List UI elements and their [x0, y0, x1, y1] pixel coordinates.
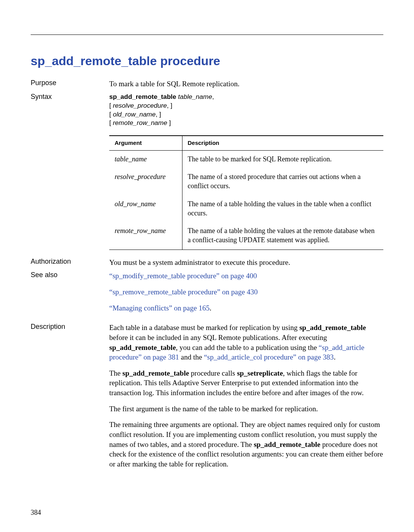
description-paragraph: The remaining three arguments are option… [109, 420, 383, 469]
page-title: sp_add_remote_table procedure [31, 54, 383, 68]
table-row: resolve_procedure The name of a stored p… [109, 168, 383, 195]
arg-name-cell: resolve_procedure [109, 168, 182, 195]
table-row: old_row_name The name of a table holding… [109, 195, 383, 223]
syntax-line-4: [ remote_row_name ] [109, 119, 383, 128]
desc-text: . [334, 353, 336, 361]
syntax-arg-3: remote_row_name [113, 119, 167, 126]
description-label: Description [31, 323, 109, 475]
desc-text: , you can add the table to a publication… [176, 343, 319, 351]
see-also-period: . [210, 304, 212, 312]
syntax-close-1: , ] [167, 102, 172, 109]
top-divider [31, 34, 383, 35]
arg-desc-cell: The name of a table holding the values i… [182, 195, 383, 223]
syntax-label: Syntax [31, 93, 109, 254]
syntax-arg-2: old_row_name [113, 111, 156, 118]
authorization-label: Authorization [31, 258, 109, 268]
table-row: remote_row_name The name of a table hold… [109, 222, 383, 250]
desc-link[interactable]: “sp_add_article_col procedure” on page 3… [204, 353, 334, 361]
authorization-text: You must be a system administrator to ex… [109, 258, 383, 268]
desc-text: and the [179, 353, 204, 361]
syntax-line-1: sp_add_remote_table table_name, [109, 93, 383, 102]
desc-bold: sp_add_remote_table [299, 323, 366, 332]
arg-name-cell: table_name [109, 150, 182, 168]
purpose-text: To mark a table for SQL Remote replicati… [109, 79, 383, 89]
syntax-proc-name: sp_add_remote_table [109, 93, 176, 100]
see-also-label: See also [31, 271, 109, 319]
arg-name-cell: old_row_name [109, 195, 182, 223]
arg-desc-cell: The table to be marked for SQL Remote re… [182, 150, 383, 168]
desc-bold: sp_setreplicate [237, 369, 283, 377]
syntax-line-2: [ resolve_procedure, ] [109, 102, 383, 110]
see-also-link[interactable]: “Managing conflicts” on page 165 [109, 304, 210, 312]
arg-desc-cell: The name of a stored procedure that carr… [182, 168, 383, 195]
syntax-close-3: ] [167, 119, 171, 126]
syntax-line-3: [ old_row_name, ] [109, 110, 383, 119]
syntax-arg-0: table_name [176, 93, 212, 100]
page-number: 384 [31, 509, 41, 517]
description-paragraph: Each table in a database must be marked … [109, 323, 383, 362]
syntax-close-2: , ] [156, 111, 161, 118]
args-header-argument: Argument [109, 136, 182, 150]
see-also-link[interactable]: “sp_remove_remote_table procedure” on pa… [109, 288, 258, 296]
syntax-comma-0: , [212, 93, 214, 100]
desc-bold: sp_add_remote_table [122, 369, 189, 377]
arguments-table: Argument Description table_name The tabl… [109, 135, 383, 250]
desc-text: Each table in a database must be marked … [109, 323, 299, 332]
syntax-arg-1: resolve_procedure [113, 102, 167, 109]
desc-bold: sp_add_remote_table [254, 440, 320, 448]
desc-text: The [109, 369, 122, 377]
see-also-link[interactable]: “sp_modify_remote_table procedure” on pa… [109, 272, 257, 280]
description-paragraph: The first argument is the name of the ta… [109, 404, 383, 414]
table-row: table_name The table to be marked for SQ… [109, 150, 383, 168]
arg-name-cell: remote_row_name [109, 222, 182, 250]
arg-desc-cell: The name of a table holding the values a… [182, 222, 383, 250]
desc-text: procedure calls [189, 369, 237, 377]
args-header-description: Description [182, 136, 383, 150]
description-paragraph: The sp_add_remote_table procedure calls … [109, 368, 383, 398]
desc-bold: sp_add_remote_table [109, 343, 176, 351]
desc-text: before it can be included in any SQL Rem… [109, 333, 327, 342]
purpose-label: Purpose [31, 79, 109, 89]
